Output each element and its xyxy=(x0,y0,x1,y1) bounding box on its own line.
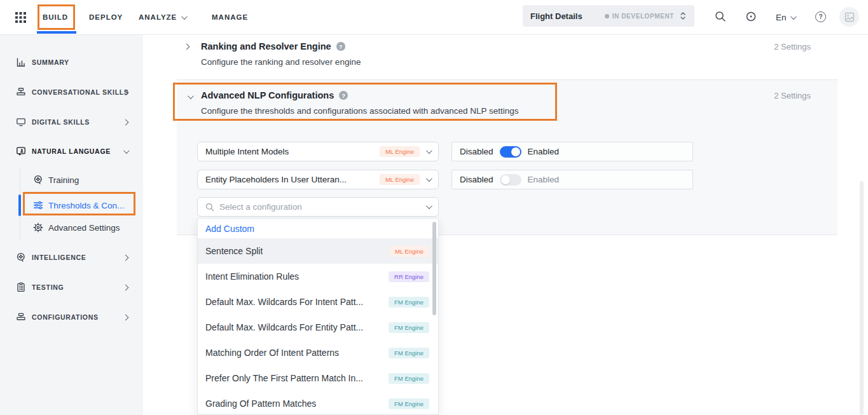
configurations-icon xyxy=(16,312,26,322)
config-search-select[interactable]: Select a configuration xyxy=(197,197,439,217)
language-label: En xyxy=(776,13,787,22)
apps-grid-icon[interactable] xyxy=(15,12,26,23)
natural-language-icon xyxy=(16,146,26,156)
sidebar-item-conversational-skills[interactable]: CONVERSATIONAL SKILLS xyxy=(0,86,143,99)
training-icon xyxy=(33,175,43,185)
dropdown-option-max-wildcards-entity[interactable]: Default Max. Wildcards For Entity Patt..… xyxy=(198,315,438,340)
tab-build-label: BUILD xyxy=(43,13,68,21)
sidebar-item-label: Training xyxy=(48,175,79,185)
toggle-enabled-label: Enabled xyxy=(528,147,560,156)
chevron-right-icon xyxy=(123,254,129,261)
tab-build[interactable]: BUILD xyxy=(43,0,68,34)
sidebar-item-training[interactable]: Training xyxy=(0,172,143,187)
setting-dropdown-multiple-intent-models[interactable]: Multiple Intent Models ML Engine xyxy=(197,142,439,161)
dropdown-scrollbar[interactable] xyxy=(432,222,436,315)
dropdown-option-max-wildcards-intent[interactable]: Default Max. Wildcards For Intent Patt..… xyxy=(198,289,438,315)
thresholds-icon xyxy=(33,200,43,210)
sidebar-item-intelligence[interactable]: INTELLIGENCE xyxy=(0,251,143,264)
sidebar-item-label: CONFIGURATIONS xyxy=(32,313,99,321)
settings-count: 2 Settings xyxy=(774,42,811,51)
chevron-right-icon xyxy=(123,119,129,125)
toggle-disabled-label: Disabled xyxy=(460,175,493,184)
section-subtitle-advanced-nlp: Configure the thresholds and configurati… xyxy=(201,106,519,116)
section-subtitle-ranking: Configure the ranking and resolver engin… xyxy=(201,57,361,67)
tab-analyze-label: ANALYZE xyxy=(139,13,177,21)
sidebar: SUMMARY CONVERSATIONAL SKILLS DIGITAL SK… xyxy=(0,35,143,415)
sidebar-item-label: Advanced Settings xyxy=(48,223,120,233)
engine-badge: FM Engine xyxy=(389,398,429,409)
engine-badge: ML Engine xyxy=(380,174,420,185)
sidebar-item-digital-skills[interactable]: DIGITAL SKILLS xyxy=(0,116,143,128)
engine-badge: FM Engine xyxy=(389,322,429,333)
config-dropdown-panel: Add Custom Sentence Split ML Engine Inte… xyxy=(197,218,439,415)
gear-icon xyxy=(33,222,43,233)
bar-chart-icon xyxy=(16,57,26,67)
chevron-down-icon xyxy=(181,13,188,20)
target-icon[interactable] xyxy=(745,11,757,22)
language-selector[interactable]: En xyxy=(776,0,795,34)
tab-analyze[interactable]: ANALYZE xyxy=(139,0,186,34)
toggle-switch-on[interactable] xyxy=(500,146,521,158)
engine-badge: FM Engine xyxy=(389,297,429,308)
testing-icon xyxy=(16,282,26,292)
sidebar-item-testing[interactable]: TESTING xyxy=(0,281,143,294)
dropdown-option-sentence-split[interactable]: Sentence Split ML Engine xyxy=(198,238,438,264)
section-title-ranking[interactable]: Ranking and Resolver Engine ? xyxy=(201,41,345,51)
dropdown-option-prefer-first-pattern[interactable]: Prefer Only The First Pattern Match In..… xyxy=(198,365,438,391)
sidebar-item-label: DIGITAL SKILLS xyxy=(32,118,90,126)
engine-badge: ML Engine xyxy=(389,246,429,257)
engine-badge: FM Engine xyxy=(389,373,429,384)
toggle-row-entity-placeholders: Disabled Enabled xyxy=(451,170,693,189)
toggle-enabled-label: Enabled xyxy=(528,175,560,184)
chevron-down-icon xyxy=(426,203,432,209)
profile-avatar[interactable] xyxy=(839,7,859,27)
config-select-placeholder: Select a configuration xyxy=(219,202,421,212)
main-content: Ranking and Resolver Engine ? Configure … xyxy=(143,35,868,415)
tab-manage[interactable]: MANAGE xyxy=(212,0,248,34)
help-icon[interactable]: ? xyxy=(336,42,345,51)
bot-status-badge: IN DEVELOPMENT xyxy=(605,13,674,20)
tab-deploy[interactable]: DEPLOY xyxy=(89,0,123,34)
section-title-advanced-nlp[interactable]: Advanced NLP Configurations ? xyxy=(201,90,348,100)
sidebar-item-summary[interactable]: SUMMARY xyxy=(0,56,143,69)
sidebar-item-label: Thresholds & Con... xyxy=(48,201,124,210)
toggle-disabled-label: Disabled xyxy=(460,147,493,156)
engine-badge: FM Engine xyxy=(389,348,429,358)
dropdown-option-intent-elimination[interactable]: Intent Elimination Rules RR Engine xyxy=(198,264,438,289)
sidebar-item-advanced-settings[interactable]: Advanced Settings xyxy=(0,220,143,235)
status-dot-icon xyxy=(605,14,609,18)
setting-dropdown-entity-placeholders[interactable]: Entity Placeholders In User Utteran... M… xyxy=(197,170,439,189)
conversational-skills-icon xyxy=(16,87,26,97)
chevron-down-icon[interactable] xyxy=(188,93,194,99)
sidebar-item-label: SUMMARY xyxy=(32,58,69,66)
select-updown-icon xyxy=(679,11,687,20)
sidebar-item-configurations[interactable]: CONFIGURATIONS xyxy=(0,311,143,323)
active-tab-indicator xyxy=(37,31,76,34)
add-custom-link[interactable]: Add Custom xyxy=(198,219,438,238)
search-icon xyxy=(205,203,214,212)
settings-count: 2 Settings xyxy=(774,91,811,100)
sidebar-item-label: TESTING xyxy=(32,283,64,291)
dropdown-option-grading-pattern-matches[interactable]: Grading Of Pattern Matches FM Engine xyxy=(198,391,438,415)
sidebar-item-thresholds[interactable]: Thresholds & Con... xyxy=(0,198,143,213)
setting-label: Multiple Intent Models xyxy=(205,147,373,156)
setting-label: Entity Placeholders In User Utteran... xyxy=(205,175,373,184)
chevron-right-icon[interactable] xyxy=(184,44,190,50)
sidebar-item-label: CONVERSATIONAL SKILLS xyxy=(32,88,129,96)
digital-skills-icon xyxy=(16,117,26,127)
top-header: BUILD DEPLOY ANALYZE MANAGE Flight Detai… xyxy=(0,0,868,35)
engine-badge: ML Engine xyxy=(380,146,420,157)
help-icon[interactable]: ? xyxy=(339,91,348,100)
page-scrollbar[interactable] xyxy=(860,181,864,415)
search-icon[interactable] xyxy=(715,11,726,22)
dropdown-option-matching-order[interactable]: Matching Order Of Intent Patterns FM Eng… xyxy=(198,340,438,365)
sidebar-item-natural-language[interactable]: NATURAL LANGUAGE xyxy=(0,145,143,158)
bot-selector[interactable]: Flight Details IN DEVELOPMENT xyxy=(523,5,694,27)
intelligence-icon xyxy=(16,252,26,262)
toggle-switch-off[interactable] xyxy=(500,174,521,186)
bot-name: Flight Details xyxy=(530,11,605,21)
help-icon[interactable]: ? xyxy=(815,11,826,22)
chevron-down-icon xyxy=(426,175,432,182)
chevron-down-icon xyxy=(123,147,130,154)
chevron-right-icon xyxy=(123,284,129,290)
